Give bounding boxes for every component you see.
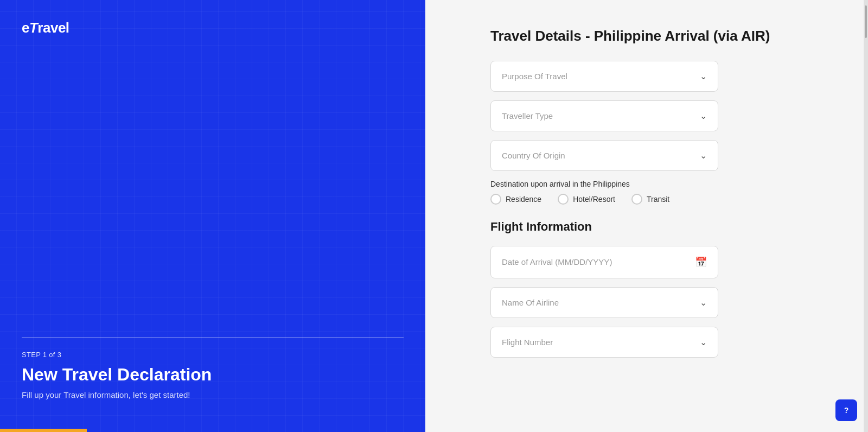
- calendar-icon: 📅: [695, 256, 707, 268]
- destination-radio-group: Residence Hotel/Resort Transit: [490, 194, 835, 205]
- flight-number-label: Flight Number: [502, 338, 553, 347]
- traveller-type-label: Traveller Type: [502, 111, 553, 120]
- bottom-accent-bar: [0, 429, 87, 432]
- logo-text: eTravel: [22, 20, 69, 36]
- scrollbar-track: [865, 5, 867, 38]
- form-title: Travel Details - Philippine Arrival (via…: [490, 27, 835, 46]
- destination-transit-option[interactable]: Transit: [631, 194, 669, 205]
- purpose-of-travel-label: Purpose Of Travel: [502, 72, 567, 81]
- right-panel: Travel Details - Philippine Arrival (via…: [425, 0, 868, 432]
- left-panel: eTravel STEP 1 of 3 New Travel Declarati…: [0, 0, 425, 432]
- purpose-of-travel-group: Purpose Of Travel ⌄: [490, 61, 835, 92]
- country-of-origin-group: Country Of Origin ⌄: [490, 140, 835, 171]
- name-of-airline-chevron-icon: ⌄: [700, 297, 707, 308]
- step-divider: [22, 337, 404, 338]
- left-bottom-content: STEP 1 of 3 New Travel Declaration Fill …: [22, 337, 404, 399]
- traveller-type-select[interactable]: Traveller Type ⌄: [490, 100, 718, 131]
- transit-radio-button[interactable]: [631, 194, 642, 205]
- destination-label: Destination upon arrival in the Philippi…: [490, 180, 835, 188]
- traveller-type-chevron-icon: ⌄: [700, 111, 707, 121]
- help-icon: ?: [844, 406, 849, 415]
- flight-number-group: Flight Number ⌄: [490, 327, 835, 358]
- flight-number-select[interactable]: Flight Number ⌄: [490, 327, 718, 358]
- step-label: STEP 1 of 3: [22, 351, 404, 359]
- step-title: New Travel Declaration: [22, 364, 404, 385]
- hotel-resort-radio-button[interactable]: [558, 194, 569, 205]
- purpose-of-travel-select[interactable]: Purpose Of Travel ⌄: [490, 61, 718, 92]
- flight-section-title: Flight Information: [490, 220, 835, 234]
- residence-label: Residence: [506, 195, 541, 204]
- date-of-arrival-label: Date of Arrival (MM/DD/YYYY): [502, 257, 612, 266]
- country-of-origin-chevron-icon: ⌄: [700, 150, 707, 161]
- destination-group: Destination upon arrival in the Philippi…: [490, 180, 835, 205]
- logo: eTravel: [22, 20, 404, 36]
- country-of-origin-select[interactable]: Country Of Origin ⌄: [490, 140, 718, 171]
- flight-number-chevron-icon: ⌄: [700, 337, 707, 347]
- date-of-arrival-input[interactable]: Date of Arrival (MM/DD/YYYY) 📅: [490, 246, 718, 278]
- help-button[interactable]: ?: [835, 399, 857, 421]
- name-of-airline-group: Name Of Airline ⌄: [490, 287, 835, 318]
- step-subtitle: Fill up your Travel information, let's g…: [22, 390, 404, 399]
- destination-hotel-resort-option[interactable]: Hotel/Resort: [558, 194, 615, 205]
- purpose-of-travel-chevron-icon: ⌄: [700, 71, 707, 81]
- traveller-type-group: Traveller Type ⌄: [490, 100, 835, 131]
- name-of-airline-label: Name Of Airline: [502, 298, 559, 307]
- residence-radio-button[interactable]: [490, 194, 501, 205]
- destination-residence-option[interactable]: Residence: [490, 194, 541, 205]
- scrollbar[interactable]: [864, 0, 868, 432]
- transit-label: Transit: [647, 195, 669, 204]
- date-of-arrival-group: Date of Arrival (MM/DD/YYYY) 📅: [490, 246, 835, 278]
- hotel-resort-label: Hotel/Resort: [573, 195, 615, 204]
- name-of-airline-select[interactable]: Name Of Airline ⌄: [490, 287, 718, 318]
- country-of-origin-label: Country Of Origin: [502, 151, 565, 160]
